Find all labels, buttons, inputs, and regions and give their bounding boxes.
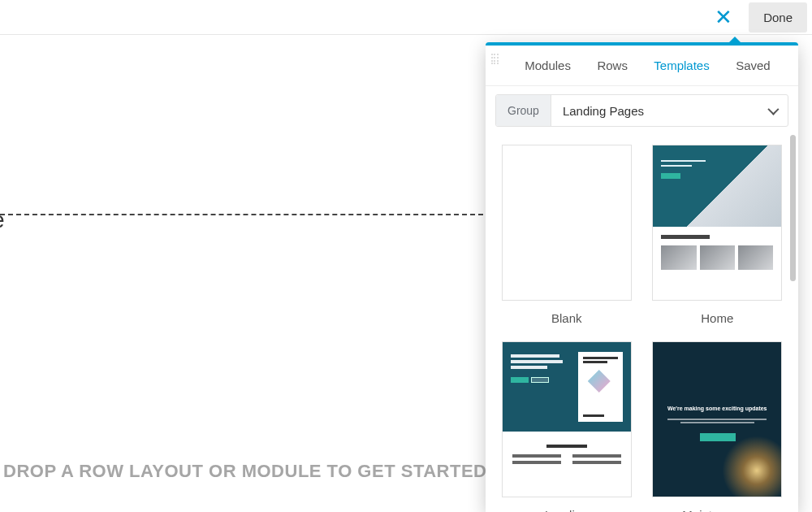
chevron-down-icon: [767, 104, 779, 115]
done-button[interactable]: Done: [749, 2, 807, 33]
tab-rows[interactable]: Rows: [595, 55, 629, 76]
template-maintenance[interactable]: We're making some exciting updates Maint…: [651, 341, 784, 512]
maint-headline: We're making some exciting updates: [653, 406, 781, 411]
template-label: Home: [701, 311, 733, 325]
group-dropdown[interactable]: Landing Pages: [551, 95, 788, 126]
content-panel: Modules Rows Templates Saved Group Landi…: [486, 42, 798, 512]
separator-dashed: [0, 214, 483, 215]
template-home[interactable]: Home: [651, 145, 784, 325]
template-label: Landing: [545, 508, 588, 512]
drag-handle-icon[interactable]: [491, 54, 499, 65]
drop-hint: DROP A ROW LAYOUT OR MODULE TO GET START…: [3, 461, 493, 482]
panel-tabs: Modules Rows Templates Saved: [486, 46, 798, 86]
tab-modules[interactable]: Modules: [523, 55, 572, 76]
template-label: Maintenance: [682, 508, 752, 512]
tab-saved[interactable]: Saved: [734, 55, 772, 76]
templates-scroll: Blank Home: [486, 135, 798, 512]
template-landing[interactable]: Landing: [500, 341, 633, 512]
template-thumb: [652, 145, 782, 301]
template-label: Blank: [551, 311, 582, 325]
template-grid: Blank Home: [486, 135, 798, 512]
close-icon[interactable]: ✕: [710, 7, 737, 28]
scrollbar-thumb[interactable]: [790, 135, 796, 281]
group-label: Group: [496, 95, 551, 126]
group-selector[interactable]: Group Landing Pages: [495, 94, 788, 127]
top-bar: ✕ Done: [0, 0, 812, 35]
tab-templates[interactable]: Templates: [652, 55, 710, 76]
group-selected-value: Landing Pages: [563, 104, 644, 118]
template-thumb: [502, 341, 632, 497]
template-thumb: [502, 145, 632, 301]
template-blank[interactable]: Blank: [500, 145, 633, 325]
panel-arrow: [727, 37, 743, 45]
page-title-edge: e: [0, 207, 5, 233]
template-thumb: We're making some exciting updates: [652, 341, 782, 497]
